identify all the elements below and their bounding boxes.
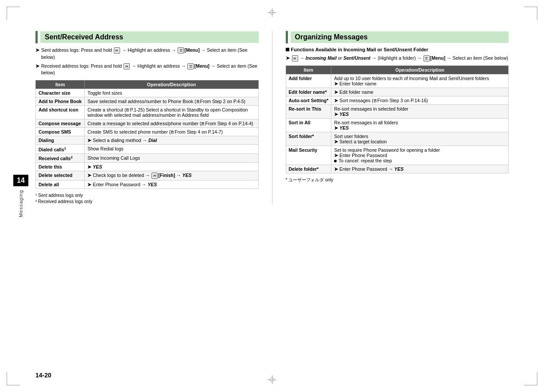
arrow-1: ➤ <box>35 47 39 54</box>
table-row: Delete folder* ➤Enter Phone Password → Y… <box>286 165 509 173</box>
left-table: Item Operation/Description Character siz… <box>35 80 259 189</box>
left-col-item: Item <box>36 81 85 89</box>
row-item: Add folder <box>286 74 331 88</box>
sidebar-label: Messaging <box>18 190 23 217</box>
row-desc: Create SMS to selected phone number (🖹Fr… <box>85 128 258 136</box>
intro-content-1: Sent address logs: Press and hold ✉ → Hi… <box>41 47 259 61</box>
row-item: Received calls2 <box>36 154 85 163</box>
row-desc: Re-sort messages in selected folder ➤YES <box>331 104 509 118</box>
row-item: Delete all <box>36 181 85 189</box>
table-row: Compose SMS Create SMS to selected phone… <box>36 128 259 136</box>
row-item: Re-sort in This <box>286 104 331 118</box>
row-desc: Sort user folders ➤Select a target locat… <box>331 132 509 146</box>
row-item: Character size <box>36 89 85 97</box>
table-row: Re-sort in This Re-sort messages in sele… <box>286 104 509 118</box>
row-desc: ➤Enter Phone Password → YES <box>85 181 258 189</box>
page-number: 14-20 <box>35 372 51 379</box>
row-item: Sort folder* <box>286 132 331 146</box>
right-col-item: Item <box>286 65 331 74</box>
arrow-2: ➤ <box>35 63 39 70</box>
row-item: Delete folder* <box>286 165 331 173</box>
row-item: Add shortcut icon <box>36 106 85 119</box>
table-row: Edit folder name* ➤Edit folder name <box>286 88 509 96</box>
subsection-title: Functions Available in Incoming Mail or … <box>291 47 428 52</box>
left-intro: ➤ Sent address logs: Press and hold ✉ → … <box>35 47 259 77</box>
footnote-2: ² Received address logs only <box>35 199 259 205</box>
row-desc: ➤Select a dialing method → Dial <box>85 136 258 145</box>
row-item: Delete selected <box>36 171 85 181</box>
row-item: Delete this <box>36 163 85 171</box>
row-desc: ➤Sort messages (🖹From Step 3 on P.14-16) <box>331 96 509 104</box>
table-row: Dialing ➤Select a dialing method → Dial <box>36 136 259 145</box>
table-row: Compose message Create a message to sele… <box>36 119 259 128</box>
row-item: Sort in All <box>286 118 331 132</box>
right-col-desc: Operation/Description <box>331 65 509 74</box>
row-desc: Re-sort messages in all folders ➤YES <box>331 118 509 132</box>
right-arrow: ➤ <box>286 55 290 62</box>
table-row: Delete all ➤Enter Phone Password → YES <box>36 181 259 189</box>
row-desc: Create a shortcut (🖹P.1-25) Select a sho… <box>85 106 258 119</box>
footnote-1: ¹ Sent address logs only <box>35 192 259 199</box>
finish-icon: ✉ <box>152 173 158 179</box>
menu-icon-2: ☰ <box>187 63 194 69</box>
page-container: 14 Messaging 14-20 Sent/Received Address… <box>0 0 544 392</box>
right-panel: Organizing Messages Functions Available … <box>286 31 509 205</box>
crop-mark-br <box>524 372 537 385</box>
main-content: Sent/Received Address ➤ Sent address log… <box>35 31 509 205</box>
row-desc: ➤Edit folder name <box>331 88 509 96</box>
row-desc: Toggle font sizes <box>85 89 258 97</box>
panel-divider <box>272 31 272 205</box>
menu-label-2: [Menu] <box>194 63 209 69</box>
mail-icon-1: ✉ <box>114 47 120 54</box>
organizing-header: Organizing Messages <box>286 31 509 43</box>
intro-content-2: Received address logs: Press and hold ✉ … <box>41 63 259 77</box>
mail-icon-2: ✉ <box>124 63 130 69</box>
left-footnotes: ¹ Sent address logs only ² Received addr… <box>35 192 259 205</box>
table-row: Sort in All Re-sort messages in all fold… <box>286 118 509 132</box>
header-bar-left <box>35 31 38 43</box>
crop-mark-tr <box>524 7 537 20</box>
table-row: Character size Toggle font sizes <box>36 89 259 97</box>
row-desc: Show Incoming Call Logs <box>85 154 258 163</box>
bullet-icon <box>334 160 337 162</box>
subsection-header: Functions Available in Incoming Mail or … <box>286 47 509 52</box>
row-item: Compose message <box>36 119 85 128</box>
table-row: Sort folder* Sort user folders ➤Select a… <box>286 132 509 146</box>
row-desc: Show Redial logs <box>85 145 258 154</box>
left-panel: Sent/Received Address ➤ Sent address log… <box>35 31 259 205</box>
menu-label-1: [Menu] <box>184 47 199 53</box>
row-item: Add to Phone Book <box>36 97 85 106</box>
row-desc: ➤YES <box>85 163 258 171</box>
row-desc: ➤Enter Phone Password → YES <box>331 165 509 173</box>
row-desc: Save selected mail address/number to Pho… <box>85 97 258 106</box>
table-row: Add folder Add up to 10 user folders to … <box>286 74 509 88</box>
header-bar-right <box>286 31 288 43</box>
menu-icon-right: ☰ <box>424 55 430 61</box>
menu-icon-1: ☰ <box>178 47 184 54</box>
right-footnote-text: * ユーザーフォルダ only <box>286 177 509 183</box>
left-col-desc: Operation/Description <box>85 81 258 89</box>
row-item: Dialing <box>36 136 85 145</box>
row-item: Edit folder name* <box>286 88 331 96</box>
table-row: Add shortcut icon Create a shortcut (🖹P.… <box>36 106 259 119</box>
row-item: Mail Security <box>286 146 331 165</box>
reg-mark-top <box>268 8 276 17</box>
table-row: Dialed calls1 Show Redial logs <box>36 145 259 154</box>
row-desc: Set to require Phone Password for openin… <box>331 146 509 165</box>
right-footnote: * ユーザーフォルダ only <box>286 177 509 183</box>
table-row: Received calls2 Show Incoming Call Logs <box>36 154 259 163</box>
crop-mark-tl <box>7 7 20 20</box>
sent-received-header: Sent/Received Address <box>35 31 259 43</box>
row-item: Auto-sort Setting* <box>286 96 331 104</box>
intro-item-2: ➤ Received address logs: Press and hold … <box>35 63 259 77</box>
organizing-title: Organizing Messages <box>291 31 509 43</box>
right-table: Item Operation/Description Add folder Ad… <box>286 65 509 173</box>
menu-label-right: [Menu] <box>430 55 445 61</box>
black-square-icon <box>286 48 289 51</box>
row-item: Dialed calls1 <box>36 145 85 154</box>
intro-item-1: ➤ Sent address logs: Press and hold ✉ → … <box>35 47 259 61</box>
row-desc: Create a message to selected address/pho… <box>85 119 258 128</box>
table-row: Mail Security Set to require Phone Passw… <box>286 146 509 165</box>
right-intro: ➤ ✉ → Incoming Mail or Sent/Unsent → (Hi… <box>286 55 509 62</box>
mail-icon-right: ✉ <box>292 55 298 61</box>
